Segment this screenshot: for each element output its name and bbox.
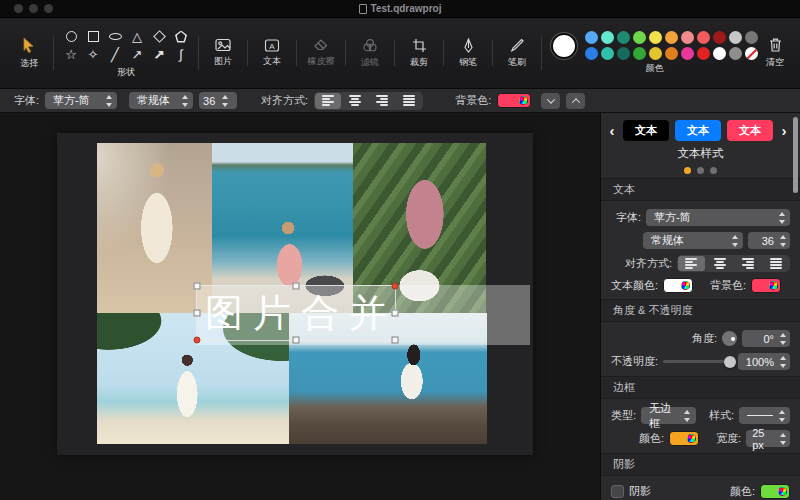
color-swatch[interactable] <box>713 47 726 60</box>
color-swatch[interactable] <box>585 31 598 44</box>
background-color-swatch[interactable] <box>497 93 531 108</box>
color-swatch[interactable] <box>697 31 710 44</box>
align-justify-button[interactable] <box>396 93 422 109</box>
color-swatch[interactable] <box>681 31 694 44</box>
expand-button[interactable] <box>566 93 585 109</box>
tool-eraser-button: 橡皮擦 <box>304 38 338 68</box>
current-color-well[interactable] <box>551 33 577 59</box>
selection-handle-right[interactable] <box>392 310 399 317</box>
shape-arrow-filled-button[interactable]: ↗ <box>149 46 169 64</box>
align-center-button[interactable] <box>342 93 368 109</box>
color-swatch[interactable] <box>745 31 758 44</box>
color-swatch[interactable] <box>649 47 662 60</box>
font-size-field[interactable]: 36 <box>199 92 237 109</box>
color-swatch[interactable] <box>649 31 662 44</box>
tool-pen-button[interactable]: 钢笔 <box>451 38 485 69</box>
color-swatch[interactable] <box>697 47 710 60</box>
selection-handle-bottom-left[interactable] <box>194 337 201 344</box>
color-swatch[interactable] <box>633 31 646 44</box>
align-left-button[interactable] <box>315 93 341 109</box>
color-swatch[interactable] <box>617 31 630 44</box>
panel-font-dropdown[interactable]: 苹方-简 <box>646 209 790 226</box>
color-swatch[interactable] <box>633 47 646 60</box>
tool-image-button[interactable]: 图片 <box>206 38 240 68</box>
color-swatch[interactable] <box>729 47 742 60</box>
color-swatch[interactable] <box>681 47 694 60</box>
prev-styles-arrow[interactable]: ‹ <box>607 123 617 138</box>
alignment-label: 对齐方式: <box>261 93 308 108</box>
border-color-swatch[interactable] <box>669 431 699 446</box>
opacity-slider[interactable] <box>663 360 733 363</box>
tool-crop-button[interactable]: 裁剪 <box>402 38 436 69</box>
tool-brush-button[interactable]: 笔刷 <box>500 38 534 69</box>
shape-curve-button[interactable]: ∫ <box>171 46 191 64</box>
page-dot-2[interactable] <box>697 167 704 174</box>
font-family-dropdown[interactable]: 苹方-简 <box>45 92 117 109</box>
font-weight-dropdown[interactable]: 常规体 <box>129 92 193 109</box>
color-swatch[interactable] <box>601 31 614 44</box>
next-styles-arrow[interactable]: › <box>779 123 789 138</box>
shape-circle-button[interactable] <box>61 28 81 46</box>
tool-text-label: 文本 <box>263 55 281 68</box>
panel-size-field[interactable]: 36 <box>748 232 790 249</box>
align-right-button[interactable] <box>369 93 395 109</box>
selection-handle-bottom-center[interactable] <box>293 337 300 344</box>
opacity-field[interactable]: 100% <box>738 353 790 370</box>
shape-arrow-button[interactable]: ↗ <box>127 46 147 64</box>
selection-handle-bottom-right[interactable] <box>392 337 399 344</box>
collapse-button[interactable] <box>541 93 560 109</box>
panel-align-right-button[interactable] <box>734 256 761 271</box>
selection-handle-top-left[interactable] <box>194 283 201 290</box>
shape-diamond-button[interactable] <box>149 28 169 46</box>
border-width-field[interactable]: 25 px <box>746 430 790 447</box>
color-swatch[interactable] <box>601 47 614 60</box>
shadow-color-swatch[interactable] <box>760 484 790 499</box>
color-swatch[interactable] <box>713 31 726 44</box>
select-tool-button[interactable]: 选择 <box>12 37 46 70</box>
selection-box <box>196 285 396 341</box>
color-swatch[interactable] <box>617 47 630 60</box>
style-preset-blue[interactable]: 文本 <box>675 120 721 141</box>
color-swatch[interactable] <box>729 31 742 44</box>
panel-align-justify-button[interactable] <box>762 256 789 271</box>
shape-ellipse-button[interactable] <box>105 28 125 46</box>
angle-dial[interactable] <box>722 331 737 346</box>
export-button[interactable]: 导出 <box>792 37 800 69</box>
tool-text-button[interactable]: A文本 <box>255 39 289 68</box>
canvas-area[interactable]: 图片合并 <box>0 113 600 500</box>
panel-bg-color-swatch[interactable] <box>751 278 781 293</box>
page-dot-3[interactable] <box>710 167 717 174</box>
color-swatch-none[interactable] <box>745 47 758 60</box>
panel-align-center-button[interactable] <box>706 256 733 271</box>
shape-line-button[interactable]: ╱ <box>105 46 125 64</box>
shape-triangle-button[interactable]: △ <box>127 28 147 46</box>
image-icon <box>215 38 232 52</box>
shadow-checkbox[interactable] <box>611 485 624 498</box>
opacity-slider-thumb[interactable] <box>724 356 736 368</box>
selection-handle-left[interactable] <box>194 310 201 317</box>
shape-pentagon-button[interactable] <box>171 28 191 46</box>
selection-handle-top-center[interactable] <box>293 283 300 290</box>
panel-align-left-button[interactable] <box>678 256 705 271</box>
shape-star-button[interactable]: ☆ <box>61 46 81 64</box>
angle-field[interactable]: 0° <box>742 330 790 347</box>
panel-scrollbar[interactable] <box>793 117 798 193</box>
border-style-dropdown[interactable] <box>739 407 790 424</box>
page-dot-1[interactable] <box>684 167 691 174</box>
style-preset-black[interactable]: 文本 <box>623 120 669 141</box>
color-swatch[interactable] <box>665 47 678 60</box>
panel-weight-dropdown[interactable]: 常规体 <box>643 232 743 249</box>
minimize-window-button[interactable] <box>29 4 38 13</box>
shape-sparkle-button[interactable]: ✧ <box>83 46 103 64</box>
selection-handle-top-right[interactable] <box>392 283 399 290</box>
color-swatch[interactable] <box>665 31 678 44</box>
shape-square-button[interactable] <box>83 28 103 46</box>
border-type-dropdown[interactable]: 无边框 <box>641 407 696 424</box>
angle-stepper-icon <box>778 333 787 345</box>
color-swatch[interactable] <box>585 47 598 60</box>
clear-button[interactable]: 清空 <box>758 37 792 69</box>
close-window-button[interactable] <box>14 4 23 13</box>
zoom-window-button[interactable] <box>44 4 53 13</box>
style-preset-pink[interactable]: 文本 <box>727 120 773 141</box>
text-color-swatch[interactable] <box>663 278 693 293</box>
